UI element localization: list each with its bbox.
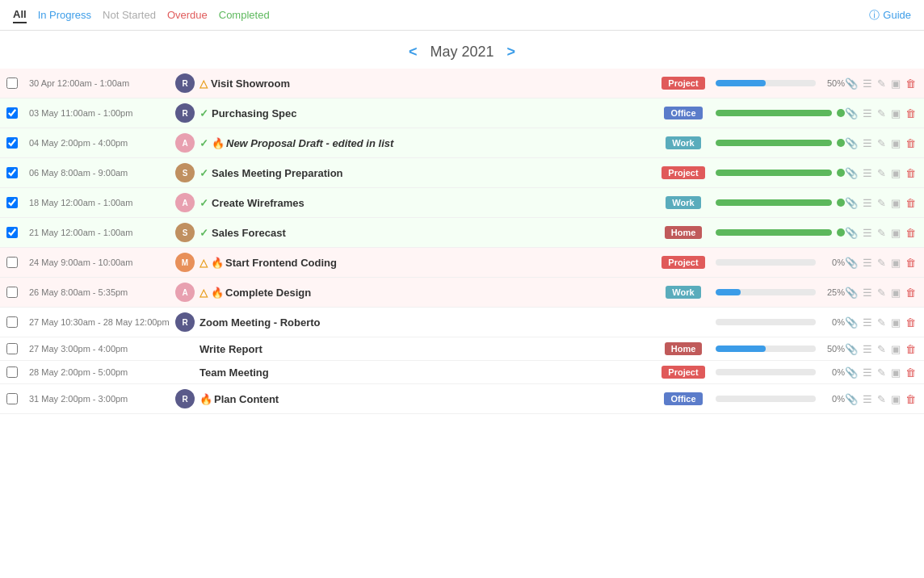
task-checkbox[interactable]	[6, 393, 18, 404]
list-icon[interactable]: ☰	[863, 257, 872, 269]
list-icon[interactable]: ☰	[863, 107, 872, 119]
task-checkbox-col	[6, 137, 29, 149]
list-icon[interactable]: ☰	[863, 137, 872, 149]
edit-icon[interactable]: ✎	[877, 287, 886, 299]
filter-overdue[interactable]: Overdue	[167, 7, 208, 23]
edit-icon[interactable]: ✎	[877, 167, 886, 179]
list-icon[interactable]: ☰	[863, 343, 872, 355]
attach-icon[interactable]: 📎	[845, 316, 858, 329]
delete-icon[interactable]: 🗑	[905, 316, 916, 329]
delete-icon[interactable]: 🗑	[905, 257, 916, 269]
list-icon[interactable]: ☰	[863, 197, 872, 209]
guide-button[interactable]: ⓘ Guide	[869, 8, 911, 23]
filter-not-started[interactable]: Not Started	[103, 7, 156, 23]
list-icon[interactable]: ☰	[863, 393, 872, 405]
task-tag-col: Work	[651, 196, 716, 209]
copy-icon[interactable]: ▣	[891, 227, 901, 239]
task-time: 27 May 3:00pm - 4:00pm	[29, 344, 170, 354]
tag-badge: Project	[662, 166, 704, 179]
attach-icon[interactable]: 📎	[845, 137, 858, 149]
delete-icon[interactable]: 🗑	[905, 393, 916, 405]
edit-icon[interactable]: ✎	[877, 316, 886, 329]
delete-icon[interactable]: 🗑	[905, 107, 916, 119]
edit-icon[interactable]: ✎	[877, 107, 886, 119]
task-checkbox[interactable]	[6, 137, 18, 149]
delete-icon[interactable]: 🗑	[905, 197, 916, 209]
attach-icon[interactable]: 📎	[845, 77, 858, 90]
task-checkbox[interactable]	[6, 107, 18, 119]
copy-icon[interactable]: ▣	[891, 107, 901, 119]
attach-icon[interactable]: 📎	[845, 107, 858, 119]
attach-icon[interactable]: 📎	[845, 257, 858, 269]
list-icon[interactable]: ☰	[863, 366, 872, 379]
list-icon[interactable]: ☰	[863, 167, 872, 179]
task-avatar-col: A	[170, 283, 200, 302]
avatar: A	[175, 133, 195, 153]
list-icon[interactable]: ☰	[863, 287, 872, 299]
delete-icon[interactable]: 🗑	[905, 287, 916, 299]
copy-icon[interactable]: ▣	[891, 316, 901, 329]
attach-icon[interactable]: 📎	[845, 197, 858, 209]
copy-icon[interactable]: ▣	[891, 197, 901, 209]
filter-completed[interactable]: Completed	[219, 7, 270, 23]
next-month-button[interactable]: >	[507, 44, 516, 61]
task-checkbox[interactable]	[6, 257, 18, 268]
task-checkbox[interactable]	[6, 366, 18, 378]
copy-icon[interactable]: ▣	[891, 366, 901, 379]
edit-icon[interactable]: ✎	[877, 393, 886, 405]
task-title-text: Create Wireframes	[212, 197, 304, 209]
edit-icon[interactable]: ✎	[877, 366, 886, 379]
task-checkbox[interactable]	[6, 227, 18, 238]
edit-icon[interactable]: ✎	[877, 197, 886, 209]
task-checkbox-col	[6, 393, 29, 404]
task-checkbox[interactable]	[6, 287, 18, 298]
task-checkbox[interactable]	[6, 77, 18, 89]
copy-icon[interactable]: ▣	[891, 257, 901, 269]
filter-in-progress[interactable]: In Progress	[38, 7, 91, 23]
edit-icon[interactable]: ✎	[877, 77, 886, 90]
copy-icon[interactable]: ▣	[891, 393, 901, 405]
list-icon[interactable]: ☰	[863, 77, 872, 90]
task-checkbox[interactable]	[6, 343, 18, 354]
delete-icon[interactable]: 🗑	[905, 77, 916, 90]
task-checkbox[interactable]	[6, 197, 18, 208]
delete-icon[interactable]: 🗑	[905, 167, 916, 179]
task-title: ✓Sales Meeting Preparation	[200, 167, 651, 179]
list-icon[interactable]: ☰	[863, 227, 872, 239]
task-tag-col: Home	[651, 342, 716, 355]
attach-icon[interactable]: 📎	[845, 227, 858, 239]
attach-icon[interactable]: 📎	[845, 366, 858, 379]
attach-icon[interactable]: 📎	[845, 343, 858, 355]
progress-percent: 0%	[821, 367, 845, 377]
attach-icon[interactable]: 📎	[845, 393, 858, 405]
edit-icon[interactable]: ✎	[877, 227, 886, 239]
tag-badge: Project	[662, 366, 704, 379]
check-icon: ✓	[200, 227, 208, 239]
filter-all[interactable]: All	[13, 6, 27, 23]
copy-icon[interactable]: ▣	[891, 287, 901, 299]
copy-icon[interactable]: ▣	[891, 137, 901, 149]
edit-icon[interactable]: ✎	[877, 257, 886, 269]
copy-icon[interactable]: ▣	[891, 77, 901, 90]
prev-month-button[interactable]: <	[409, 44, 418, 61]
delete-icon[interactable]: 🗑	[905, 343, 916, 355]
copy-icon[interactable]: ▣	[891, 343, 901, 355]
list-icon[interactable]: ☰	[863, 316, 872, 329]
progress-bar-wrap	[716, 110, 832, 116]
delete-icon[interactable]: 🗑	[905, 227, 916, 239]
check-icon: ✓	[200, 197, 208, 209]
attach-icon[interactable]: 📎	[845, 167, 858, 179]
task-title-text: Visit Showroom	[211, 77, 290, 90]
delete-icon[interactable]: 🗑	[905, 366, 916, 379]
task-title: 🔥Plan Content	[200, 393, 651, 405]
task-progress-col: 0%	[716, 258, 845, 267]
progress-complete-dot	[837, 199, 845, 207]
copy-icon[interactable]: ▣	[891, 167, 901, 179]
attach-icon[interactable]: 📎	[845, 287, 858, 299]
task-checkbox[interactable]	[6, 316, 18, 328]
task-checkbox[interactable]	[6, 167, 18, 178]
edit-icon[interactable]: ✎	[877, 137, 886, 149]
task-actions: 📎 ☰ ✎ ▣ 🗑	[845, 393, 918, 405]
delete-icon[interactable]: 🗑	[905, 137, 916, 149]
edit-icon[interactable]: ✎	[877, 343, 886, 355]
